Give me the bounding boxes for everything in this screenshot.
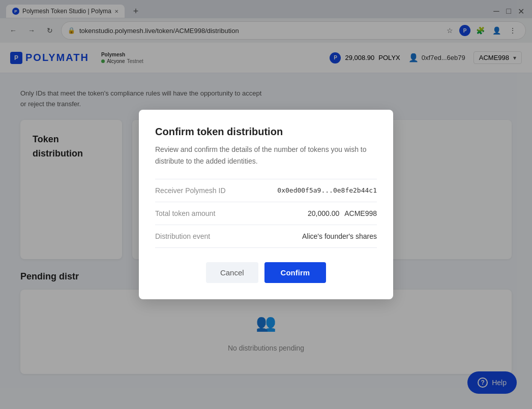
receiver-label: Receiver Polymesh ID: [155, 186, 226, 195]
distribution-event-label: Distribution event: [155, 232, 210, 240]
cancel-button[interactable]: Cancel: [206, 262, 258, 283]
token-amount-value: 20,000.00 ACME998: [308, 209, 377, 217]
confirm-distribution-modal: Confirm token distribution Review and co…: [139, 110, 393, 299]
modal-actions: Cancel Confirm: [155, 262, 377, 283]
confirm-button[interactable]: Confirm: [264, 262, 327, 283]
receiver-field: Receiver Polymesh ID 0x0ed00f5a9...0e8fe…: [155, 179, 377, 202]
distribution-event-value: Alice's founder's shares: [302, 232, 377, 240]
receiver-value: 0x0ed00f5a9...0e8fe2b44c1: [277, 186, 377, 194]
modal-description: Review and confirm the details of the nu…: [155, 144, 377, 167]
modal-title: Confirm token distribution: [155, 126, 377, 138]
token-amount-number: 20,000.00: [308, 209, 339, 217]
token-amount-symbol: ACME998: [344, 209, 377, 217]
modal-overlay: Confirm token distribution Review and co…: [0, 0, 532, 384]
token-amount-field: Total token amount 20,000.00 ACME998: [155, 202, 377, 225]
distribution-event-field: Distribution event Alice's founder's sha…: [155, 225, 377, 248]
token-amount-label: Total token amount: [155, 209, 215, 217]
